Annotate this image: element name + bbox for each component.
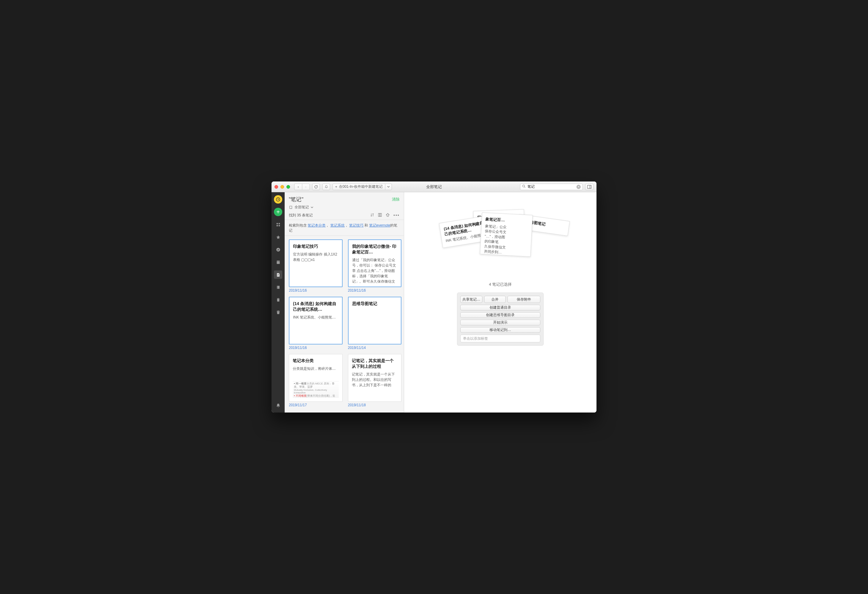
note-card-snippet: 通过「我的印象笔记」公众号，你可以： 保存公众号文章 点击右上角"…"，滑动图标… <box>352 257 397 283</box>
new-note-dropdown[interactable] <box>385 184 392 190</box>
maximize-icon[interactable] <box>286 185 290 189</box>
view-button[interactable] <box>378 213 382 218</box>
sidebar-clipboard-icon[interactable] <box>274 296 282 304</box>
note-card[interactable]: 我的印象笔记@微信- 印象笔记百…通过「我的印象笔记」公众号，你可以： 保存公众… <box>348 239 402 287</box>
note-card[interactable]: 记笔记，其实就是一个从下到上的过程记笔记，其实就是一个从下到上的过程。和以往的写… <box>348 354 402 402</box>
note-card-title: 记笔记，其实就是一个从下到上的过程 <box>352 358 398 369</box>
svg-rect-6 <box>278 223 280 224</box>
cards-scroll[interactable]: 印象笔记技巧官方说明 编辑操作 插入1X2 表格 ▢▢▢x12019/11/16… <box>285 236 404 413</box>
suggest-link[interactable]: 笔记evernote <box>369 223 390 227</box>
suggest-link[interactable]: 笔记系统 <box>330 223 345 227</box>
forward-button[interactable]: › <box>302 184 310 190</box>
svg-rect-21 <box>380 214 382 217</box>
clear-search-icon[interactable]: ✕ <box>576 185 581 189</box>
note-card-snippet: 记笔记，其实就是一个从下到上的过程。和以往的写书，从上到下是不一样的 <box>352 371 398 388</box>
sidebar: + <box>272 192 285 413</box>
search-input[interactable] <box>527 185 575 189</box>
search-icon <box>522 184 526 189</box>
titlebar: ‹ › + 在001-In-收件箱中新建笔记 全部笔记 ✕ <box>272 181 596 192</box>
note-card-date: 2019/11/16 <box>289 288 342 293</box>
filter-button[interactable] <box>385 213 390 218</box>
search-box[interactable]: ✕ <box>520 184 583 190</box>
create-toc-button[interactable]: 创建普通目录 <box>460 305 540 310</box>
notification-button[interactable] <box>322 184 330 190</box>
sidebar-bell-icon[interactable] <box>274 401 282 410</box>
sort-button[interactable] <box>370 213 374 218</box>
nav-back-forward: ‹ › <box>294 184 310 190</box>
note-card-title: 笔记本分类 <box>293 358 339 364</box>
note-card-title: 我的印象笔记@微信- 印象笔记百… <box>352 243 397 255</box>
note-card-snippet: INK 笔记系统、小能熊笔… <box>293 315 338 320</box>
new-note-label: 在001-In-收件箱中新建笔记 <box>339 184 382 189</box>
more-button[interactable]: ••• <box>393 213 400 218</box>
svg-rect-10 <box>277 261 280 264</box>
note-card[interactable]: (14 条消息) 如何构建自己的笔记系统…INK 笔记系统、小能熊笔… <box>289 297 342 345</box>
action-panel: 共享笔记… 合并 保存附件 创建普通目录 创建思维导图目录 开始演示 移动笔记到… <box>457 293 543 346</box>
sidebar-notes-icon[interactable] <box>274 270 282 279</box>
clear-search-button[interactable]: 清除 <box>392 197 400 202</box>
minimize-icon[interactable] <box>280 185 284 189</box>
result-count: 找到 35 条笔记 <box>289 213 313 218</box>
svg-rect-14 <box>278 276 278 276</box>
sidebar-shortcuts-icon[interactable] <box>274 220 282 228</box>
create-mindmap-toc-button[interactable]: 创建思维导图目录 <box>460 312 540 318</box>
panel-toggle-button[interactable] <box>585 184 593 190</box>
svg-rect-19 <box>278 310 279 311</box>
note-card-thumbnail: • 同一维度分类的 MECE 原则：香蕉、苹果、菠萝Mutually Exclu… <box>293 381 339 398</box>
sidebar-trash-icon[interactable] <box>274 308 282 316</box>
close-icon[interactable] <box>275 185 278 189</box>
note-card-snippet: 分类就是知识，将碎片体… <box>293 366 339 371</box>
sidebar-notebooks-icon[interactable] <box>274 258 282 266</box>
svg-rect-17 <box>278 298 279 299</box>
sidebar-book-icon[interactable] <box>274 283 282 291</box>
search-title: "笔记" <box>289 196 304 203</box>
svg-line-1 <box>524 187 526 188</box>
svg-rect-8 <box>278 225 280 226</box>
selection-count: 4 笔记已选择 <box>489 282 512 287</box>
suggest-link[interactable]: 笔记本分类 <box>308 223 326 227</box>
note-card-title: (14 条消息) 如何构建自己的笔记系统… <box>293 301 338 312</box>
plus-icon: + <box>335 185 337 189</box>
note-card-title: 印象笔记技巧 <box>293 243 338 249</box>
svg-rect-18 <box>277 311 280 311</box>
sidebar-star-icon[interactable] <box>274 233 282 241</box>
save-attachments-button[interactable]: 保存附件 <box>508 296 540 303</box>
note-card-date: 2019/11/16 <box>289 346 342 350</box>
note-card-date: 2019/11/14 <box>348 346 402 350</box>
note-list-panel: "笔记" 清除 全部笔记 找到 35 条笔记 ••• <box>285 192 404 413</box>
svg-rect-16 <box>277 298 279 301</box>
svg-rect-20 <box>378 214 380 217</box>
svg-rect-11 <box>277 260 280 261</box>
note-card[interactable]: 笔记本分类分类就是知识，将碎片体…• 同一维度分类的 MECE 原则：香蕉、苹果… <box>289 354 342 402</box>
sync-button[interactable] <box>312 184 320 190</box>
note-stack: 我的印象笔记@ (14 条消息) 如何构建自己的笔记系统… INK 笔记系统、小… <box>438 210 563 276</box>
share-note-button[interactable]: 共享笔记… <box>460 296 483 303</box>
scope-selector[interactable]: 全部笔记 <box>289 205 400 210</box>
app-window: ‹ › + 在001-In-收件箱中新建笔记 全部笔记 ✕ <box>272 181 596 413</box>
start-presentation-button[interactable]: 开始演示 <box>460 320 540 325</box>
merge-button[interactable]: 合并 <box>484 296 506 303</box>
note-card[interactable]: 印象笔记技巧官方说明 编辑操作 插入1X2 表格 ▢▢▢x1 <box>289 239 342 287</box>
note-card-snippet: 官方说明 编辑操作 插入1X2 表格 ▢▢▢x1 <box>293 252 338 262</box>
svg-rect-7 <box>276 225 278 226</box>
note-card-date: 2019/11/16 <box>348 288 402 293</box>
new-note-button[interactable]: + 在001-In-收件箱中新建笔记 <box>332 184 385 190</box>
suggest-link[interactable]: 笔记技巧 <box>349 223 363 227</box>
detail-panel: 我的印象笔记@ (14 条消息) 如何构建自己的笔记系统… INK 笔记系统、小… <box>404 192 596 413</box>
traffic-lights <box>275 185 290 189</box>
note-card[interactable]: 思维导图笔记 <box>348 297 402 345</box>
sidebar-new-icon[interactable]: + <box>274 208 282 216</box>
svg-rect-2 <box>588 185 591 188</box>
search-suggestions: 检索到包含 笔记本分类， 笔记系统， 笔记技巧 和 笔记evernote的笔记 <box>285 220 404 236</box>
back-button[interactable]: ‹ <box>294 184 302 190</box>
sidebar-check-icon[interactable] <box>274 245 282 254</box>
svg-rect-5 <box>276 223 278 224</box>
note-card-date: 2019/11/18 <box>348 403 402 407</box>
svg-point-0 <box>523 185 525 187</box>
svg-rect-12 <box>278 274 279 274</box>
sidebar-clock-icon[interactable] <box>274 195 282 203</box>
move-notes-button[interactable]: 移动笔记到… <box>460 327 540 333</box>
chevron-down-icon <box>311 206 313 209</box>
note-card-date: 2019/11/17 <box>289 403 342 407</box>
add-tag-input[interactable]: 单击以添加标签 <box>460 335 540 342</box>
